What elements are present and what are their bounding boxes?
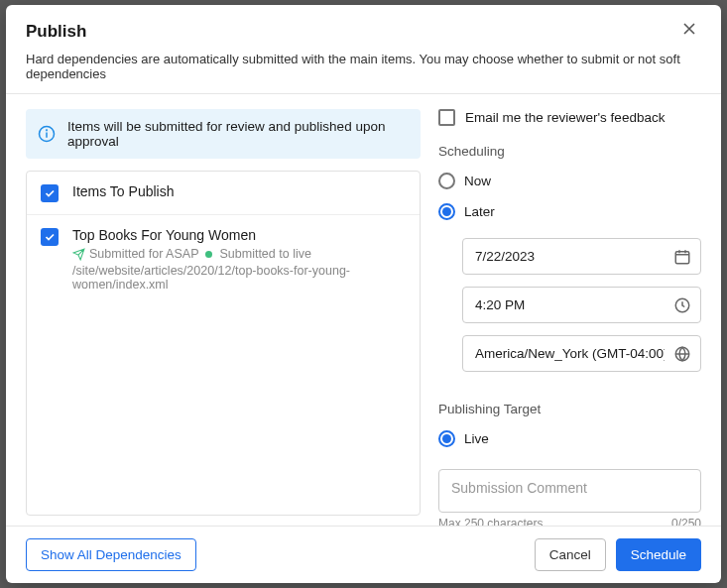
info-banner: Items will be submitted for review and p… [26, 109, 421, 159]
cancel-button[interactable]: Cancel [535, 538, 606, 571]
publish-dialog: Publish Hard dependencies are automatica… [6, 5, 721, 583]
radio-now[interactable]: Now [438, 173, 701, 189]
comment-input[interactable]: Submission Comment [438, 469, 701, 513]
radio-now-label: Now [464, 174, 491, 188]
radio-later-label: Later [464, 204, 495, 219]
items-header-checkbox[interactable] [41, 184, 59, 202]
svg-point-2 [47, 130, 48, 131]
items-list: Items To Publish Top Books For Young Wom… [26, 171, 421, 516]
items-header-label: Items To Publish [72, 183, 406, 199]
email-label: Email me the reviewer's feedback [465, 110, 665, 125]
date-field[interactable] [462, 238, 701, 275]
item-asap: Submitted for ASAP [89, 247, 198, 261]
status-dot-icon [205, 251, 212, 258]
dialog-title: Publish [26, 22, 86, 42]
item-row[interactable]: Top Books For Young Women Submitted for … [27, 215, 420, 303]
close-icon [681, 21, 697, 37]
info-text: Items will be submitted for review and p… [67, 119, 409, 149]
svg-rect-3 [675, 251, 689, 263]
dialog-header: Publish Hard dependencies are automatica… [6, 5, 721, 94]
time-field[interactable] [462, 287, 701, 323]
close-button[interactable] [677, 19, 701, 44]
radio-live-input[interactable] [438, 430, 455, 447]
clock-icon [673, 296, 691, 314]
timezone-input[interactable] [462, 335, 701, 372]
item-checkbox[interactable] [41, 228, 59, 246]
items-header-row[interactable]: Items To Publish [27, 172, 420, 215]
schedule-button[interactable]: Schedule [616, 538, 701, 571]
date-input[interactable] [462, 238, 701, 275]
time-input[interactable] [462, 287, 701, 323]
show-dependencies-button[interactable]: Show All Dependencies [26, 538, 196, 571]
dialog-footer: Show All Dependencies Cancel Schedule [6, 526, 721, 583]
globe-icon [673, 345, 691, 363]
target-label: Publishing Target [438, 402, 701, 416]
radio-live[interactable]: Live [438, 430, 701, 447]
comment-hint: Max 250 characters [438, 517, 543, 526]
info-icon [38, 125, 56, 143]
item-title: Top Books For Young Women [72, 227, 406, 243]
item-live: Submitted to live [219, 247, 310, 261]
email-checkbox[interactable] [438, 109, 455, 126]
radio-live-label: Live [464, 431, 489, 446]
calendar-icon [673, 248, 691, 266]
email-checkbox-row[interactable]: Email me the reviewer's feedback [438, 109, 701, 126]
scheduling-label: Scheduling [438, 144, 701, 159]
dialog-subtitle: Hard dependencies are automatically subm… [26, 52, 701, 81]
plane-icon [72, 248, 85, 261]
radio-later-input[interactable] [438, 203, 455, 220]
item-path: /site/website/articles/2020/12/top-books… [72, 264, 406, 292]
comment-count: 0/250 [671, 517, 701, 526]
timezone-field[interactable] [462, 335, 701, 372]
radio-now-input[interactable] [438, 173, 455, 189]
radio-later[interactable]: Later [438, 203, 701, 220]
